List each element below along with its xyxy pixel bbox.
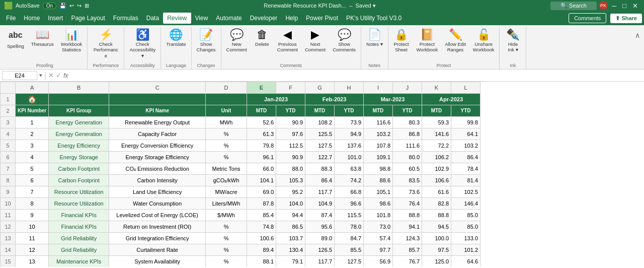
- cell-apr-mtd[interactable]: 97.5: [422, 244, 451, 256]
- cell-f2[interactable]: YTD: [276, 105, 305, 117]
- cell-apr-ytd[interactable]: 85.0: [451, 221, 480, 233]
- col-j-header[interactable]: J: [393, 82, 422, 94]
- allow-edit-ranges-button[interactable]: ✏️ Allow EditRanges: [442, 27, 469, 55]
- cell-j2[interactable]: YTD: [393, 105, 422, 117]
- cell-feb-mtd[interactable]: 126.5: [305, 244, 335, 256]
- cell-mar-ytd[interactable]: 76.7: [393, 256, 422, 267]
- cell-apr-ytd[interactable]: 81.4: [451, 175, 480, 186]
- cell-feb-ytd[interactable]: 85.5: [335, 244, 364, 256]
- cell-kpi-num[interactable]: 7: [16, 186, 49, 198]
- cell-k2[interactable]: MTD: [422, 105, 451, 117]
- cell-jan-ytd[interactable]: 112.5: [276, 140, 305, 152]
- cell-jan-ytd[interactable]: 105.3: [276, 175, 305, 186]
- cell-name[interactable]: Grid Integration Efficiency: [109, 233, 206, 244]
- next-comment-button[interactable]: ▶ NextComment: [302, 27, 329, 55]
- cell-group[interactable]: Energy Generation: [49, 117, 109, 128]
- cell-kpi-num[interactable]: 6: [16, 175, 49, 186]
- cell-jan-ytd[interactable]: 94.4: [276, 210, 305, 221]
- cell-mar-ytd[interactable]: 85.7: [393, 244, 422, 256]
- cell-jan-ytd[interactable]: 86.5: [276, 221, 305, 233]
- new-comment-button[interactable]: 💬 NewComment: [223, 27, 250, 55]
- cell-k1-l1[interactable]: Apr-2023: [422, 94, 480, 105]
- cell-kpi-num[interactable]: 2: [16, 128, 49, 140]
- delete-comment-button[interactable]: 🗑 Delete: [251, 27, 273, 49]
- cell-feb-mtd[interactable]: 86.4: [305, 175, 335, 186]
- cell-apr-mtd[interactable]: 106.6: [422, 175, 451, 186]
- workbook-statistics-button[interactable]: 📊 WorkbookStatistics: [58, 27, 86, 55]
- cell-mar-mtd[interactable]: 97.7: [364, 244, 393, 256]
- cell-jan-mtd[interactable]: 79.8: [247, 140, 276, 152]
- cell-feb-ytd[interactable]: 74.2: [335, 175, 364, 186]
- cell-feb-ytd[interactable]: 127.5: [335, 256, 364, 267]
- cell-jan-ytd[interactable]: 130.4: [276, 244, 305, 256]
- cell-jan-ytd[interactable]: 103.7: [276, 233, 305, 244]
- cell-d1[interactable]: [206, 94, 247, 105]
- unshare-workbook-button[interactable]: 🔓 UnshareWorkbook: [470, 27, 498, 55]
- cell-jan-mtd[interactable]: 69.0: [247, 186, 276, 198]
- cell-a2[interactable]: KPI Number: [16, 105, 49, 117]
- cell-name[interactable]: Capacity Factor: [109, 128, 206, 140]
- cell-apr-ytd[interactable]: 64.1: [451, 128, 480, 140]
- cell-name[interactable]: Renewable Energy Output: [109, 117, 206, 128]
- cell-a1[interactable]: 🏠: [16, 94, 49, 105]
- share-button[interactable]: ⬆ Share: [610, 14, 642, 23]
- cell-feb-ytd[interactable]: 115.5: [335, 210, 364, 221]
- cell-apr-ytd[interactable]: 102.5: [451, 186, 480, 198]
- col-k-header[interactable]: K: [422, 82, 451, 94]
- cell-feb-mtd[interactable]: 95.6: [305, 221, 335, 233]
- formula-input[interactable]: [70, 73, 642, 79]
- cell-mar-ytd[interactable]: 60.5: [393, 163, 422, 175]
- cell-jan-ytd[interactable]: 104.0: [276, 198, 305, 210]
- cell-g2[interactable]: MTD: [305, 105, 335, 117]
- cell-feb-mtd[interactable]: 104.9: [305, 198, 335, 210]
- cell-apr-ytd[interactable]: 99.8: [451, 117, 480, 128]
- menu-developer[interactable]: Developer: [246, 13, 282, 24]
- cell-apr-ytd[interactable]: 133.0: [451, 233, 480, 244]
- cell-mar-ytd[interactable]: 111.6: [393, 140, 422, 152]
- cell-mar-ytd[interactable]: 86.8: [393, 128, 422, 140]
- cell-jan-mtd[interactable]: 87.8: [247, 198, 276, 210]
- cell-c1[interactable]: [109, 94, 206, 105]
- ribbon-collapse[interactable]: ∧: [633, 27, 642, 69]
- cell-mar-ytd[interactable]: 76.4: [393, 198, 422, 210]
- protect-sheet-button[interactable]: 🔒 ProtectSheet: [390, 27, 413, 55]
- cell-i1-j1[interactable]: Mar-2023: [364, 94, 422, 105]
- cell-kpi-num[interactable]: 3: [16, 140, 49, 152]
- cell-jan-mtd[interactable]: 104.1: [247, 175, 276, 186]
- cell-kpi-num[interactable]: 13: [16, 256, 49, 267]
- autosave-toggle[interactable]: On: [43, 3, 56, 9]
- check-accessibility-button[interactable]: ♿ CheckAccessibility ▾: [126, 27, 158, 60]
- cell-apr-mtd[interactable]: 125.0: [422, 256, 451, 267]
- cell-jan-mtd[interactable]: 61.3: [247, 128, 276, 140]
- cell-unit[interactable]: %: [206, 221, 247, 233]
- cell-apr-mtd[interactable]: 88.8: [422, 210, 451, 221]
- cell-mar-mtd[interactable]: 98.8: [364, 163, 393, 175]
- cell-feb-mtd[interactable]: 89.0: [305, 233, 335, 244]
- ribbon-collapse-icon[interactable]: ∧: [633, 29, 642, 41]
- hide-ink-button[interactable]: ✒️ HideInk ▾: [502, 27, 524, 55]
- thesaurus-button[interactable]: 📖 Thesaurus: [28, 27, 57, 49]
- cell-kpi-num[interactable]: 5: [16, 163, 49, 175]
- cell-mar-mtd[interactable]: 98.6: [364, 198, 393, 210]
- cell-unit[interactable]: Metric Tons: [206, 163, 247, 175]
- menu-formulas[interactable]: Formulas: [109, 13, 142, 24]
- cell-kpi-num[interactable]: 12: [16, 244, 49, 256]
- cell-apr-mtd[interactable]: 82.8: [422, 198, 451, 210]
- menu-home[interactable]: Home: [20, 13, 44, 24]
- menu-power-pivot[interactable]: Power Pivot: [302, 13, 342, 24]
- cell-jan-ytd[interactable]: 90.9: [276, 152, 305, 163]
- name-box-dropdown[interactable]: ▾: [39, 72, 42, 79]
- cell-jan-mtd[interactable]: 88.1: [247, 256, 276, 267]
- cell-apr-mtd[interactable]: 59.3: [422, 117, 451, 128]
- cell-feb-mtd[interactable]: 87.4: [305, 210, 335, 221]
- minimize-btn[interactable]: ─: [610, 2, 618, 10]
- cell-mar-mtd[interactable]: 105.1: [364, 186, 393, 198]
- cell-name[interactable]: CO₂ Emissions Reduction: [109, 163, 206, 175]
- cell-mar-mtd[interactable]: 56.9: [364, 256, 393, 267]
- col-h-header[interactable]: H: [335, 82, 364, 94]
- cell-mar-ytd[interactable]: 88.8: [393, 210, 422, 221]
- cell-mar-ytd[interactable]: 83.5: [393, 175, 422, 186]
- menu-file[interactable]: File: [2, 13, 20, 24]
- menu-view[interactable]: View: [191, 13, 212, 24]
- cell-d2[interactable]: Unit: [206, 105, 247, 117]
